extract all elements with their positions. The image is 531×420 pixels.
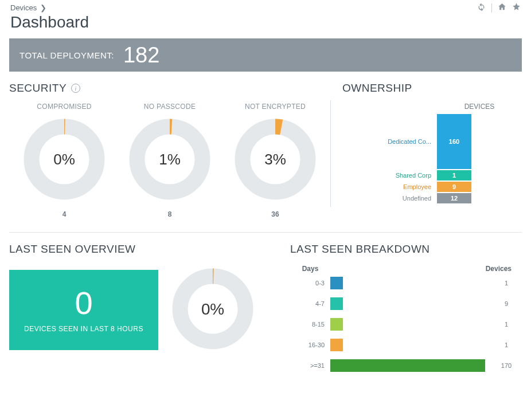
ownership-row[interactable]: Undefined 12 bbox=[342, 193, 522, 203]
breakdown-row-value: 170 bbox=[491, 362, 522, 369]
refresh-icon[interactable] bbox=[477, 2, 486, 13]
breakdown-row-range: >=31 bbox=[290, 362, 330, 369]
breakdown-row-bar bbox=[330, 359, 485, 372]
breakdown-row-value: 1 bbox=[491, 321, 522, 328]
breakdown-row-bar bbox=[330, 277, 343, 289]
svg-text:3%: 3% bbox=[264, 151, 286, 168]
security-donut-label: NOT ENCRYPTED bbox=[222, 99, 328, 116]
breakdown-row-bar bbox=[330, 297, 343, 310]
breakdown-row-value: 9 bbox=[491, 300, 522, 307]
breakdown-row[interactable]: 4-7 9 bbox=[290, 293, 522, 314]
page-title: Dashboard bbox=[6, 13, 525, 38]
breakdown-col-devices: Devices bbox=[330, 265, 522, 273]
breakdown-row-value: 1 bbox=[491, 280, 522, 286]
security-title: SECURITY bbox=[9, 82, 67, 95]
deployment-label: TOTAL DEPLOYMENT: bbox=[19, 50, 114, 60]
breakdown-row-range: 16-30 bbox=[290, 342, 330, 348]
breadcrumb-root[interactable]: Devices bbox=[10, 3, 37, 12]
star-icon[interactable] bbox=[512, 2, 521, 13]
breakdown-col-days: Days bbox=[290, 265, 330, 273]
svg-text:0%: 0% bbox=[53, 151, 75, 168]
ownership-column-header: DEVICES bbox=[342, 99, 522, 114]
breakdown-row-range: 4-7 bbox=[290, 300, 330, 307]
security-donut-count: 36 bbox=[222, 205, 328, 218]
last-seen-donut[interactable]: 0% bbox=[170, 266, 256, 354]
breakdown-row-value: 1 bbox=[491, 342, 522, 348]
ownership-row[interactable]: Dedicated Co... 160 bbox=[342, 114, 522, 169]
ownership-row-label: Undefined bbox=[342, 195, 437, 202]
svg-text:0%: 0% bbox=[201, 300, 224, 318]
last-seen-breakdown-title: LAST SEEN BREAKDOWN bbox=[290, 243, 430, 256]
last-seen-overview-title: LAST SEEN OVERVIEW bbox=[9, 243, 136, 256]
breakdown-row-bar bbox=[330, 339, 343, 351]
deployment-banner: TOTAL DEPLOYMENT: 182 bbox=[9, 38, 522, 72]
deployment-value: 182 bbox=[123, 44, 159, 66]
ownership-row-label: Employee bbox=[342, 183, 437, 190]
security-donut[interactable]: 0% bbox=[11, 116, 117, 205]
ownership-row[interactable]: Shared Corp 1 bbox=[342, 170, 522, 180]
last-seen-tile-value: 0 bbox=[75, 287, 92, 319]
home-icon[interactable] bbox=[498, 2, 506, 13]
security-donut-count: 4 bbox=[11, 205, 117, 218]
ownership-row-bar: 9 bbox=[437, 182, 471, 192]
breakdown-row-range: 0-3 bbox=[290, 280, 330, 286]
last-seen-tile[interactable]: 0 DEVICES SEEN IN LAST 8 HOURS bbox=[9, 270, 158, 350]
ownership-title: OWNERSHIP bbox=[342, 82, 412, 95]
ownership-row-label: Dedicated Co... bbox=[342, 138, 437, 145]
security-donut-count: 8 bbox=[117, 205, 222, 218]
chevron-right-icon: ❯ bbox=[40, 3, 46, 12]
security-donut[interactable]: 1% bbox=[117, 116, 222, 205]
security-donut-label: COMPROMISED bbox=[11, 99, 117, 116]
breakdown-row[interactable]: 16-30 1 bbox=[290, 335, 522, 355]
breakdown-row[interactable]: 8-15 1 bbox=[290, 314, 522, 335]
ownership-row-bar: 12 bbox=[437, 193, 471, 203]
divider bbox=[491, 3, 492, 13]
breakdown-row[interactable]: >=31 170 bbox=[290, 355, 522, 376]
security-donut-label: NO PASSCODE bbox=[117, 99, 222, 116]
ownership-row-label: Shared Corp bbox=[342, 172, 437, 179]
breakdown-row-bar bbox=[330, 318, 343, 331]
ownership-row-bar: 160 bbox=[437, 114, 471, 169]
svg-text:1%: 1% bbox=[159, 151, 181, 168]
last-seen-tile-text: DEVICES SEEN IN LAST 8 HOURS bbox=[24, 319, 143, 333]
breakdown-row-range: 8-15 bbox=[290, 321, 330, 328]
ownership-row-bar: 1 bbox=[437, 170, 471, 180]
info-icon[interactable]: i bbox=[71, 84, 80, 93]
breadcrumb: Devices ❯ bbox=[10, 3, 46, 12]
security-donut[interactable]: 3% bbox=[222, 116, 328, 205]
ownership-row[interactable]: Employee 9 bbox=[342, 182, 522, 192]
breakdown-row[interactable]: 0-3 1 bbox=[290, 273, 522, 293]
